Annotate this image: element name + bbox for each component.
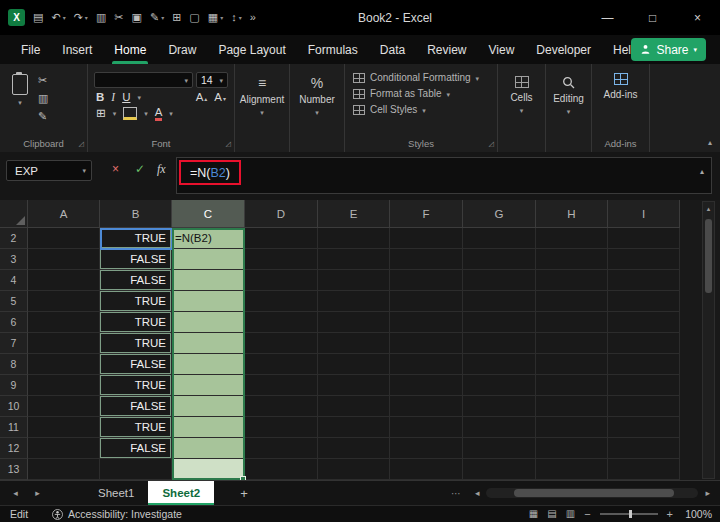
vertical-scrollbar-thumb[interactable] bbox=[705, 219, 712, 293]
cell-h6[interactable] bbox=[536, 312, 608, 333]
editing-button[interactable]: Editing ▾ bbox=[546, 64, 591, 115]
row-header-11[interactable]: 11 bbox=[0, 417, 28, 438]
dialog-launcher-icon[interactable]: ◿ bbox=[226, 140, 231, 148]
row-header-6[interactable]: 6 bbox=[0, 312, 28, 333]
cell-b13[interactable] bbox=[100, 459, 172, 480]
cell-h12[interactable] bbox=[536, 438, 608, 459]
undo-icon[interactable]: ↶▾ bbox=[51, 12, 65, 23]
cell-i8[interactable] bbox=[608, 354, 680, 375]
cell-c13[interactable] bbox=[172, 459, 245, 480]
cell-d8[interactable] bbox=[245, 354, 318, 375]
shrink-font-button[interactable]: A▾ bbox=[214, 92, 226, 104]
row-header-9[interactable]: 9 bbox=[0, 375, 28, 396]
cell-h7[interactable] bbox=[536, 333, 608, 354]
cell-c6[interactable] bbox=[172, 312, 245, 333]
tab-formulas[interactable]: Formulas bbox=[297, 35, 369, 64]
cell-i3[interactable] bbox=[608, 249, 680, 270]
collapse-ribbon-icon[interactable]: ▴ bbox=[708, 138, 712, 147]
more-commands-icon[interactable]: » bbox=[250, 12, 256, 23]
underline-button[interactable]: U bbox=[122, 92, 130, 104]
cell-d3[interactable] bbox=[245, 249, 318, 270]
excel-app-icon[interactable]: X bbox=[8, 9, 25, 26]
scroll-up-icon[interactable]: ▴ bbox=[703, 202, 714, 213]
row-header-4[interactable]: 4 bbox=[0, 270, 28, 291]
zoom-level[interactable]: 100% bbox=[682, 508, 712, 520]
cell-c8[interactable] bbox=[172, 354, 245, 375]
cell-g5[interactable] bbox=[463, 291, 536, 312]
cell-b8[interactable]: FALSE bbox=[100, 354, 172, 375]
tab-home[interactable]: Home bbox=[103, 35, 157, 64]
tab-page-layout[interactable]: Page Layout bbox=[207, 35, 296, 64]
cell-e11[interactable] bbox=[318, 417, 390, 438]
tab-review[interactable]: Review bbox=[416, 35, 477, 64]
borders-icon[interactable]: ⊞ bbox=[96, 108, 106, 120]
cell-f12[interactable] bbox=[390, 438, 463, 459]
sheet-nav-right-icon[interactable]: ▸ bbox=[31, 488, 44, 498]
tab-view[interactable]: View bbox=[478, 35, 526, 64]
cell-h10[interactable] bbox=[536, 396, 608, 417]
sort-icon[interactable]: ↕▾ bbox=[231, 12, 242, 23]
scroll-right-icon[interactable]: ▸ bbox=[705, 488, 710, 498]
cell-a5[interactable] bbox=[28, 291, 100, 312]
format-as-table-button[interactable]: Format as Table▾ bbox=[353, 89, 491, 99]
cell-c7[interactable] bbox=[172, 333, 245, 354]
font-name-select[interactable]: ▾ bbox=[94, 72, 193, 88]
dialog-launcher-icon[interactable]: ◿ bbox=[79, 140, 84, 148]
insert-function-icon[interactable]: fx bbox=[157, 163, 166, 175]
cell-f7[interactable] bbox=[390, 333, 463, 354]
minimize-button[interactable]: — bbox=[585, 0, 630, 35]
addins-button[interactable]: Add-ins bbox=[592, 64, 649, 100]
cell-e10[interactable] bbox=[318, 396, 390, 417]
cell-f3[interactable] bbox=[390, 249, 463, 270]
cell-c9[interactable] bbox=[172, 375, 245, 396]
cell-d13[interactable] bbox=[245, 459, 318, 480]
cell-b6[interactable]: TRUE bbox=[100, 312, 172, 333]
cell-b7[interactable]: TRUE bbox=[100, 333, 172, 354]
cell-i4[interactable] bbox=[608, 270, 680, 291]
cell-g8[interactable] bbox=[463, 354, 536, 375]
cell-e13[interactable] bbox=[318, 459, 390, 480]
close-button[interactable]: × bbox=[675, 0, 720, 35]
sheet-nav-left-icon[interactable]: ◂ bbox=[9, 488, 22, 498]
row-header-13[interactable]: 13 bbox=[0, 459, 28, 480]
horizontal-scrollbar-thumb[interactable] bbox=[514, 489, 674, 497]
tab-data[interactable]: Data bbox=[369, 35, 416, 64]
cell-i7[interactable] bbox=[608, 333, 680, 354]
cell-g10[interactable] bbox=[463, 396, 536, 417]
tab-developer[interactable]: Developer bbox=[525, 35, 602, 64]
column-header-c[interactable]: C bbox=[172, 200, 245, 228]
cell-styles-button[interactable]: Cell Styles▾ bbox=[353, 105, 491, 115]
cell-h3[interactable] bbox=[536, 249, 608, 270]
cell-a7[interactable] bbox=[28, 333, 100, 354]
zoom-out-icon[interactable]: − bbox=[584, 509, 590, 520]
cell-i12[interactable] bbox=[608, 438, 680, 459]
cut-icon[interactable]: ✂ bbox=[38, 74, 48, 87]
row-header-5[interactable]: 5 bbox=[0, 291, 28, 312]
row-header-10[interactable]: 10 bbox=[0, 396, 28, 417]
number-button[interactable]: % Number ▾ bbox=[290, 64, 344, 116]
cell-e7[interactable] bbox=[318, 333, 390, 354]
cell-e5[interactable] bbox=[318, 291, 390, 312]
page-break-view-icon[interactable]: ▥ bbox=[566, 509, 575, 519]
conditional-formatting-button[interactable]: Conditional Formatting▾ bbox=[353, 73, 491, 83]
cell-d12[interactable] bbox=[245, 438, 318, 459]
cell-b9[interactable]: TRUE bbox=[100, 375, 172, 396]
share-button[interactable]: Share ▾ bbox=[631, 38, 706, 61]
cell-h5[interactable] bbox=[536, 291, 608, 312]
cancel-icon[interactable]: × bbox=[112, 163, 119, 175]
cell-b2[interactable]: TRUE bbox=[100, 228, 172, 249]
cell-d7[interactable] bbox=[245, 333, 318, 354]
cell-g2[interactable] bbox=[463, 228, 536, 249]
cell-d6[interactable] bbox=[245, 312, 318, 333]
picture-icon[interactable]: ▣ bbox=[132, 12, 142, 23]
cell-d2[interactable] bbox=[245, 228, 318, 249]
cell-e3[interactable] bbox=[318, 249, 390, 270]
cell-d5[interactable] bbox=[245, 291, 318, 312]
cut-icon[interactable]: ✂ bbox=[114, 12, 123, 23]
cell-g12[interactable] bbox=[463, 438, 536, 459]
sheet-tab-sheet2[interactable]: Sheet2 bbox=[148, 481, 214, 505]
cell-d11[interactable] bbox=[245, 417, 318, 438]
cell-c12[interactable] bbox=[172, 438, 245, 459]
copy-icon[interactable]: ▥ bbox=[96, 12, 106, 23]
cell-e2[interactable] bbox=[318, 228, 390, 249]
